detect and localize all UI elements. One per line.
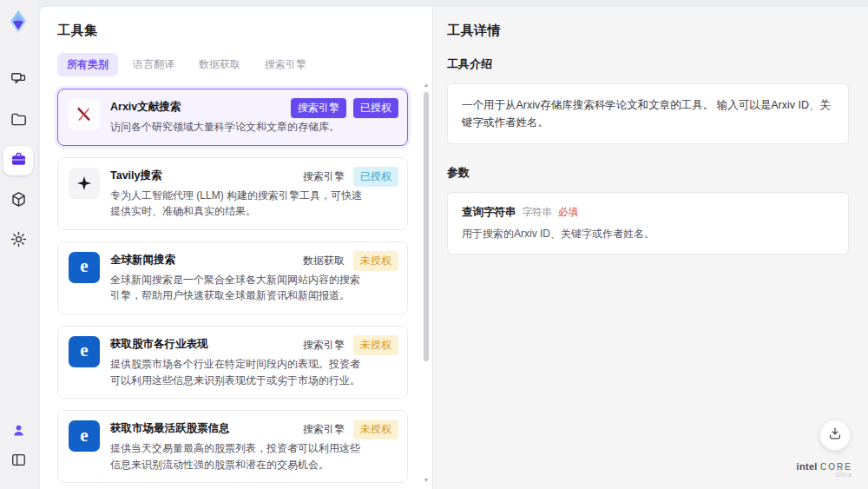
category-badge: 搜索引擎 (301, 420, 346, 439)
tool-description: 提供当天交易量最高的股票列表，投资者可以利用这些信息来识别流动性强的股票和潜在的… (110, 440, 364, 472)
tool-card-sector-performance[interactable]: e 获取股市各行业表现 提供股票市场各个行业在特定时间段内的表现。投资者可以利用… (57, 326, 408, 399)
brand-intel: intel (797, 461, 818, 472)
status-badge: 已授权 (353, 98, 398, 118)
list-scrollbar: ▲ ▼ (423, 82, 430, 484)
tool-description: 访问各个研究领域大量科学论文和文章的存储库。 (110, 119, 364, 135)
scrollbar-up-arrow[interactable]: ▲ (423, 82, 430, 89)
intro-text: 一个用于从Arxiv存储库搜索科学论文和文章的工具。 输入可以是Arxiv ID… (462, 96, 834, 131)
status-badge: 未授权 (353, 335, 398, 355)
tool-card-active-stocks[interactable]: e 获取市场最活跃股票信息 提供当天交易量最高的股票列表，投资者可以利用这些信息… (57, 410, 408, 483)
sidebar-item-tools[interactable] (3, 146, 33, 175)
brand-core: CORE (820, 462, 852, 472)
news-app-icon: e (69, 252, 100, 283)
sidebar-layout-icon (10, 452, 27, 472)
intel-core-logo: intel CORE Ultra (797, 461, 852, 479)
cube-icon (10, 190, 28, 212)
download-button[interactable] (819, 420, 851, 451)
param-box: 查询字符串 字符串 必填 用于搜索的Arxiv ID、关键字或作者姓名。 (447, 192, 849, 254)
category-tabs: 所有类别 语言翻译 数据获取 搜索引擎 (57, 53, 420, 76)
tab-search-engine[interactable]: 搜索引擎 (255, 53, 316, 76)
param-name: 查询字符串 (462, 205, 516, 220)
category-badge: 搜索引擎 (291, 98, 346, 118)
detail-title: 工具详情 (447, 23, 849, 39)
sidebar-item-panel-toggle[interactable] (6, 449, 30, 473)
tab-language-translation[interactable]: 语言翻译 (123, 53, 184, 76)
tool-card-tavily[interactable]: Tavily搜索 专为人工智能代理 (LLM) 构建的搜索引擎工具，可快速提供实… (57, 157, 408, 230)
briefcase-icon (10, 150, 28, 172)
params-heading: 参数 (447, 165, 849, 181)
param-description: 用于搜索的Arxiv ID、关键字或作者姓名。 (462, 226, 834, 241)
sidebar-item-files[interactable] (3, 106, 33, 135)
tool-card-arxiv[interactable]: Arxiv文献搜索 访问各个研究领域大量科学论文和文章的存储库。 搜索引擎 已授… (57, 89, 408, 146)
intro-box: 一个用于从Arxiv存储库搜索科学论文和文章的工具。 输入可以是Arxiv ID… (447, 83, 849, 144)
status-badge: 未授权 (353, 420, 398, 439)
scrollbar-thumb[interactable] (424, 92, 429, 361)
user-icon (10, 422, 27, 442)
tool-list: Arxiv文献搜索 访问各个研究领域大量科学论文和文章的存储库。 搜索引擎 已授… (57, 89, 420, 489)
chat-icon (10, 70, 28, 92)
sidebar-item-models[interactable] (3, 186, 33, 215)
category-badge: 搜索引擎 (301, 335, 346, 355)
tool-description: 提供股票市场各个行业在特定时间段内的表现。投资者可以利用这些信息来识别表现优于或… (110, 356, 364, 388)
category-badge: 数据获取 (301, 251, 346, 271)
tavily-star-icon (69, 168, 100, 199)
intro-heading: 工具介绍 (447, 56, 849, 72)
brand-sub: Ultra (797, 472, 852, 479)
sidebar-item-settings[interactable] (3, 226, 33, 255)
arxiv-logo-icon (69, 99, 100, 130)
download-icon (827, 426, 843, 445)
sidebar-item-chat[interactable] (3, 66, 33, 96)
tool-description: 全球新闻搜索是一个聚合全球各大新闻网站内容的搜索引擎，帮助用户快速获取全球最新资… (110, 272, 364, 304)
tool-card-global-news[interactable]: e 全球新闻搜索 全球新闻搜索是一个聚合全球各大新闻网站内容的搜索引擎，帮助用户… (57, 241, 408, 314)
tab-data-fetch[interactable]: 数据获取 (189, 53, 250, 76)
sidebar-item-user[interactable] (6, 420, 30, 444)
tab-all-categories[interactable]: 所有类别 (57, 53, 118, 76)
tool-description: 专为人工智能代理 (LLM) 构建的搜索引擎工具，可快速提供实时、准确和真实的结… (110, 188, 364, 220)
app-gem-logo (3, 7, 33, 36)
tool-list-panel: 工具集 所有类别 语言翻译 数据获取 搜索引擎 Arxiv文献搜索 访问各个研究… (40, 7, 432, 489)
status-badge: 未授权 (353, 251, 398, 271)
news-app-icon: e (69, 420, 100, 452)
page-title: 工具集 (57, 23, 420, 39)
news-app-icon: e (69, 336, 100, 367)
icon-rail (0, 0, 36, 489)
folder-icon (10, 110, 28, 132)
status-badge: 已授权 (353, 167, 398, 187)
gear-icon (10, 230, 28, 252)
tool-detail-panel: 工具详情 工具介绍 一个用于从Arxiv存储库搜索科学论文和文章的工具。 输入可… (432, 7, 868, 489)
param-required-flag: 必填 (558, 206, 578, 219)
scrollbar-down-arrow[interactable]: ▼ (423, 477, 430, 484)
param-type: 字符串 (523, 206, 553, 219)
category-badge: 搜索引擎 (301, 167, 346, 187)
